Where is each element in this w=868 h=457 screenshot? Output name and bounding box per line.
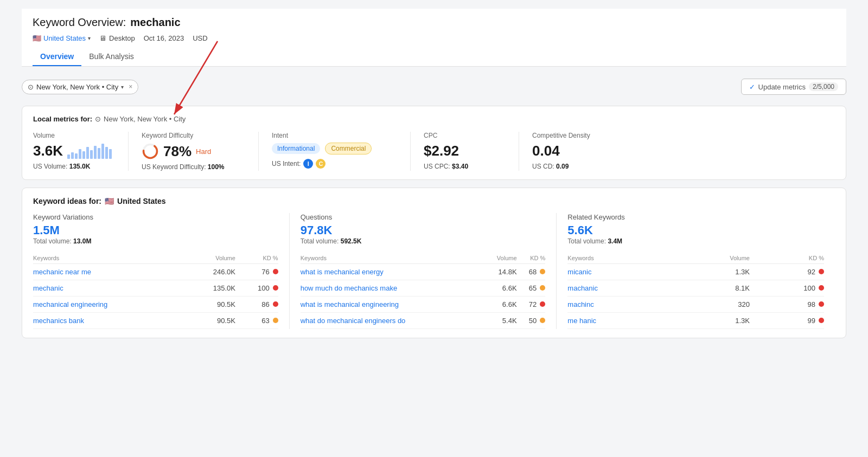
volume-cell: 6.6K <box>482 297 517 313</box>
kd-cell: 63 <box>235 313 278 329</box>
kd-dot <box>819 318 824 323</box>
kd-cell: 98 <box>750 297 824 313</box>
cpc-sub: US CPC: $3.40 <box>424 163 506 170</box>
volume-sub: US Volume: 135.0K <box>33 163 115 170</box>
pin-icon: ⊙ <box>28 83 34 91</box>
intent-label: Intent <box>272 132 397 139</box>
kd-cell: 68 <box>517 264 546 280</box>
volume-value: 3.6K <box>33 143 63 159</box>
volume-label: Volume <box>33 132 115 139</box>
volume-cell: 5.4K <box>482 313 517 329</box>
cpc-label: CPC <box>424 132 506 139</box>
related-title: Related Keywords <box>567 213 824 221</box>
kd-cell: 92 <box>750 264 824 280</box>
update-metrics-label: Update metrics <box>758 83 806 91</box>
volume-cell: 90.5K <box>189 313 235 329</box>
kd-cell: 100 <box>235 280 278 297</box>
date-label: Oct 16, 2023 <box>144 34 184 42</box>
ideas-grid: Keyword Variations 1.5M Total volume: 13… <box>33 213 835 329</box>
kd-dot <box>540 301 545 307</box>
close-icon[interactable]: × <box>129 83 132 91</box>
related-total: Total volume: 3.4M <box>567 237 824 245</box>
flag-icon: 🇺🇸 <box>33 34 41 42</box>
keyword-link[interactable]: machanic <box>567 284 598 292</box>
volume-bar <box>71 152 74 159</box>
kd-dot <box>540 269 545 274</box>
keyword-link[interactable]: mechanic <box>33 284 63 292</box>
col-header-volume: Volume <box>482 253 517 264</box>
keyword-link[interactable]: me hanic <box>567 317 596 325</box>
update-metrics-button[interactable]: ✓ Update metrics 2/5,000 <box>741 79 846 95</box>
kd-cell: 100 <box>750 280 824 297</box>
col-header-kd: KD % <box>517 253 546 264</box>
tab-overview[interactable]: Overview <box>33 48 81 66</box>
kd-donut-chart <box>142 143 159 160</box>
volume-bar <box>101 144 104 159</box>
keyword-link[interactable]: how much do mechanics make <box>301 284 397 292</box>
volume-cell: 135.0K <box>189 280 235 297</box>
volume-bar <box>98 148 100 159</box>
questions-count: 97.8K <box>301 223 546 237</box>
chevron-down-icon: ▾ <box>121 84 124 90</box>
keyword-link[interactable]: machinc <box>567 300 593 308</box>
metrics-card: Local metrics for: ⊙ New York, New York … <box>22 106 846 180</box>
keyword-link[interactable]: mechanic near me <box>33 268 91 276</box>
location-filter-badge[interactable]: ⊙ New York, New York • City ▾ × <box>22 80 138 94</box>
keyword-link[interactable]: mechanics bank <box>33 317 84 325</box>
keyword-link[interactable]: what do mechanical engineers do <box>301 317 406 325</box>
country-selector[interactable]: 🇺🇸 United States ▾ <box>33 34 91 42</box>
kd-dot <box>273 301 278 307</box>
volume-bar <box>75 153 78 159</box>
col-header-keywords: Keywords <box>567 253 677 264</box>
keyword-ideas-card: Keyword ideas for: 🇺🇸 United States Keyw… <box>22 188 846 338</box>
keyword-link[interactable]: mechanical engineering <box>33 300 107 308</box>
kd-cell: 65 <box>517 280 546 297</box>
table-row: what do mechanical engineers do5.4K50 <box>301 313 546 329</box>
cpc-value: $2.92 <box>424 143 459 159</box>
table-row: how much do mechanics make6.6K65 <box>301 280 546 297</box>
kd-sub: US Keyword Difficulty: 100% <box>142 163 245 171</box>
update-count-badge: 2/5,000 <box>809 82 838 91</box>
volume-cell: 6.6K <box>482 280 517 297</box>
volume-cell: 1.3K <box>678 264 750 280</box>
volume-cell: 8.1K <box>678 280 750 297</box>
kd-dot <box>273 269 278 274</box>
keyword-link[interactable]: what is mechanical energy <box>301 268 384 276</box>
intent-icon-c: C <box>316 159 326 169</box>
kd-cell: 76 <box>235 264 278 280</box>
variations-count: 1.5M <box>33 223 278 237</box>
intent-info-badge: Informational <box>272 143 320 154</box>
volume-cell: 14.8K <box>482 264 517 280</box>
country-label: United States <box>43 34 86 42</box>
cd-value: 0.04 <box>532 143 560 159</box>
ideas-header: Keyword ideas for: 🇺🇸 United States <box>33 197 835 205</box>
kd-cell: 50 <box>517 313 546 329</box>
cpc-metric: CPC $2.92 US CPC: $3.40 <box>424 132 519 171</box>
page-title-prefix: Keyword Overview: <box>33 16 126 29</box>
kd-dot <box>540 318 545 323</box>
keyword-link[interactable]: micanic <box>567 268 591 276</box>
intent-commercial-badge: Commercial <box>325 143 372 155</box>
table-row: what is mechanical energy14.8K68 <box>301 264 546 280</box>
variations-col: Keyword Variations 1.5M Total volume: 13… <box>33 213 290 329</box>
kd-dot <box>273 285 278 291</box>
kd-difficulty-label: Hard <box>196 147 211 156</box>
page-title-keyword: mechanic <box>130 16 180 29</box>
kd-dot <box>819 285 824 291</box>
flag-icon: 🇺🇸 <box>105 197 114 205</box>
device-label: 🖥 Desktop <box>99 34 135 42</box>
questions-col: Questions 97.8K Total volume: 592.5K Key… <box>301 213 557 329</box>
col-header-volume: Volume <box>189 253 235 264</box>
questions-total: Total volume: 592.5K <box>301 237 546 245</box>
check-icon: ✓ <box>749 83 755 91</box>
kd-dot <box>273 318 278 323</box>
col-header-keywords: Keywords <box>33 253 189 264</box>
keyword-link[interactable]: what is mechanical engineering <box>301 300 399 308</box>
local-metrics-label: Local metrics for: ⊙ New York, New York … <box>33 115 835 123</box>
related-count: 5.6K <box>567 223 824 237</box>
col-header-kd: KD % <box>235 253 278 264</box>
cd-sub: US CD: 0.09 <box>532 163 809 170</box>
questions-table: Keywords Volume KD % what is mechanical … <box>301 253 546 329</box>
kd-cell: 99 <box>750 313 824 329</box>
tab-bulk-analysis[interactable]: Bulk Analysis <box>81 48 141 66</box>
